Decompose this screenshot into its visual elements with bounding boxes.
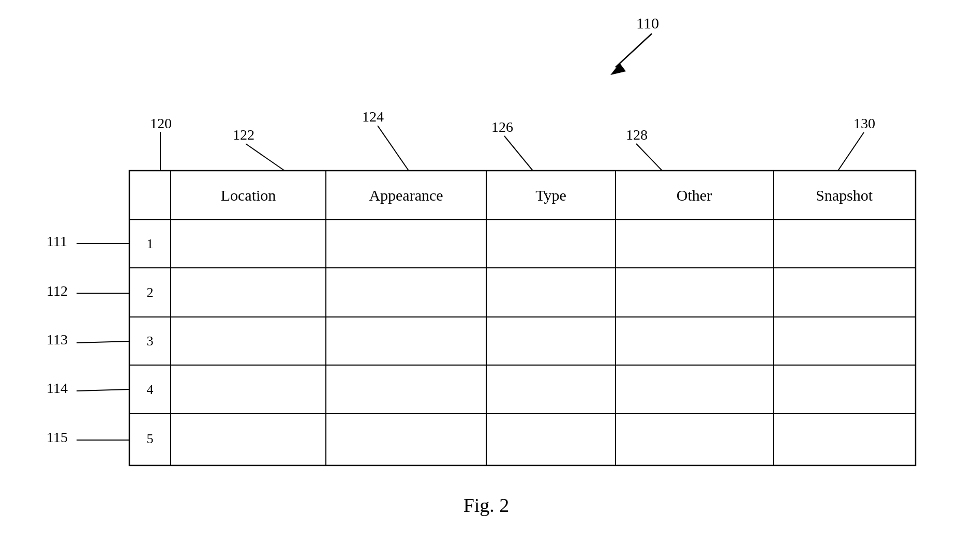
figure-label: Fig. 2 [463, 494, 510, 516]
svg-line-19 [77, 341, 129, 343]
col-appearance-header: Appearance [369, 187, 443, 204]
ref-126-label: 126 [491, 119, 513, 135]
ref-110-label: 110 [636, 14, 659, 32]
col-location-header: Location [221, 187, 276, 204]
ref-122-label: 122 [233, 127, 255, 143]
ref-111-label: 111 [47, 233, 67, 249]
col-other-header: Other [677, 187, 712, 204]
svg-line-6 [838, 132, 864, 171]
ref-114-label: 114 [47, 380, 68, 396]
row-2-index: 2 [147, 285, 154, 300]
ref-128-label: 128 [626, 127, 648, 143]
diagram-svg: 110 120 122 124 126 128 130 [0, 0, 973, 560]
col-type-header: Type [535, 187, 566, 204]
ref-120-label: 120 [150, 115, 172, 131]
svg-line-0 [616, 34, 652, 67]
row-5-index: 5 [147, 431, 154, 446]
page-container: 110 120 122 124 126 128 130 [0, 0, 973, 560]
svg-line-4 [504, 136, 533, 171]
svg-line-5 [636, 144, 662, 171]
col-snapshot-header: Snapshot [816, 187, 873, 204]
ref-130-label: 130 [854, 115, 875, 131]
svg-line-2 [246, 144, 285, 171]
row-4-index: 4 [147, 382, 154, 397]
ref-115-label: 115 [47, 429, 68, 445]
svg-line-20 [77, 389, 129, 391]
table-outer-border [129, 171, 916, 465]
ref-113-label: 113 [47, 331, 68, 347]
ref-112-label: 112 [47, 283, 68, 299]
row-1-index: 1 [147, 236, 154, 251]
svg-line-3 [378, 126, 409, 171]
row-3-index: 3 [147, 334, 154, 349]
ref-124-label: 124 [362, 109, 384, 125]
